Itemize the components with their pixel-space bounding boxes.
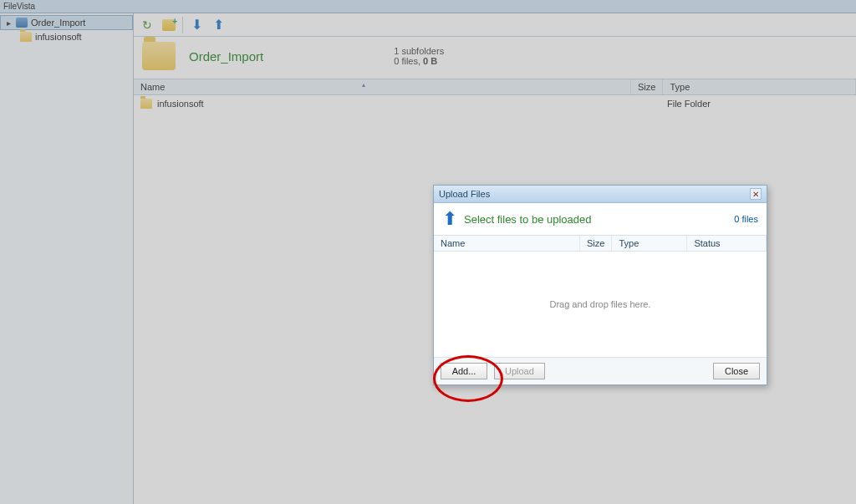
folder-title: Order_Import [189,49,263,64]
dialog-footer: Add... Upload Close [434,357,767,384]
dialog-titlebar[interactable]: Upload Files ✕ [434,186,767,203]
folder-files-line: 0 files, 0 B [394,56,444,66]
dialog-heading: Select files to be uploaded [464,213,592,226]
folder-subfolders-line: 1 subfolders [394,46,444,56]
toolbar-separator [182,17,183,33]
folder-files-prefix: 0 files, [394,56,423,66]
col-header-type-label: Type [670,82,690,92]
tree-root-order-import[interactable]: ▸ Order_Import [0,15,133,30]
refresh-icon: ↻ [142,18,152,32]
upload-dialog: Upload Files ✕ ⬆ Select files to be uplo… [433,185,767,385]
download-button[interactable]: ⬇ [188,17,205,33]
close-button[interactable]: Close [713,363,760,379]
dlg-col-type[interactable]: Type [612,236,687,251]
sort-indicator-icon: ▴ [362,81,365,89]
col-header-size-label: Size [638,82,655,92]
add-button[interactable]: Add... [441,363,487,379]
folder-icon [140,99,152,109]
toolbar: ↻ ⬇ ⬆ [134,13,856,37]
upload-submit-button[interactable]: Upload [494,363,545,379]
arrow-down-icon: ⬇ [191,17,202,33]
app-title: FileVista [3,2,35,11]
col-header-name[interactable]: Name ▴ [134,79,631,94]
upload-arrow-icon: ⬆ [442,208,457,230]
folder-files-size: 0 B [423,56,437,66]
dialog-column-headers: Name Size Type Status [434,236,767,252]
dialog-drop-area[interactable]: Drag and drop files here. [434,252,767,357]
expander-icon[interactable]: ▸ [4,18,13,27]
col-header-name-label: Name [140,82,165,92]
col-header-type[interactable]: Type [663,79,856,94]
refresh-button[interactable]: ↻ [139,17,155,33]
upload-button[interactable]: ⬆ [210,17,227,33]
folder-header: Order_Import 1 subfolders 0 files, 0 B [134,37,856,79]
folder-tree: ▸ Order_Import infusionsoft [0,13,134,504]
row-name: infusionsoft [157,99,204,109]
new-folder-button[interactable] [160,17,177,33]
dialog-file-count: 0 files [734,214,758,224]
dlg-col-size[interactable]: Size [580,236,612,251]
drop-hint-text: Drag and drop files here. [549,299,650,309]
arrow-up-icon: ⬆ [213,17,224,33]
table-row[interactable]: infusionsoft File Folder [134,95,856,112]
dlg-col-status[interactable]: Status [687,236,767,251]
dialog-title: Upload Files [439,189,490,199]
dialog-header: ⬆ Select files to be uploaded 0 files [434,203,767,236]
window-titlebar: FileVista [0,0,856,13]
row-name-cell: infusionsoft [140,99,638,109]
column-headers: Name ▴ Size Type [134,79,856,95]
folder-meta: 1 subfolders 0 files, 0 B [394,46,444,66]
row-type-cell: File Folder [667,99,849,109]
tree-item-infusionsoft[interactable]: infusionsoft [0,30,133,43]
new-folder-icon [162,19,176,31]
close-icon: ✕ [752,190,759,199]
folder-title-block: Order_Import [189,49,263,64]
folder-large-icon [142,42,176,70]
dialog-close-button[interactable]: ✕ [750,188,762,200]
folder-icon [20,32,32,42]
tree-item-label: infusionsoft [35,32,82,42]
tree-root-label: Order_Import [31,18,85,28]
col-header-size[interactable]: Size [631,79,663,94]
dlg-col-name[interactable]: Name [434,236,580,251]
drive-icon [16,18,28,28]
